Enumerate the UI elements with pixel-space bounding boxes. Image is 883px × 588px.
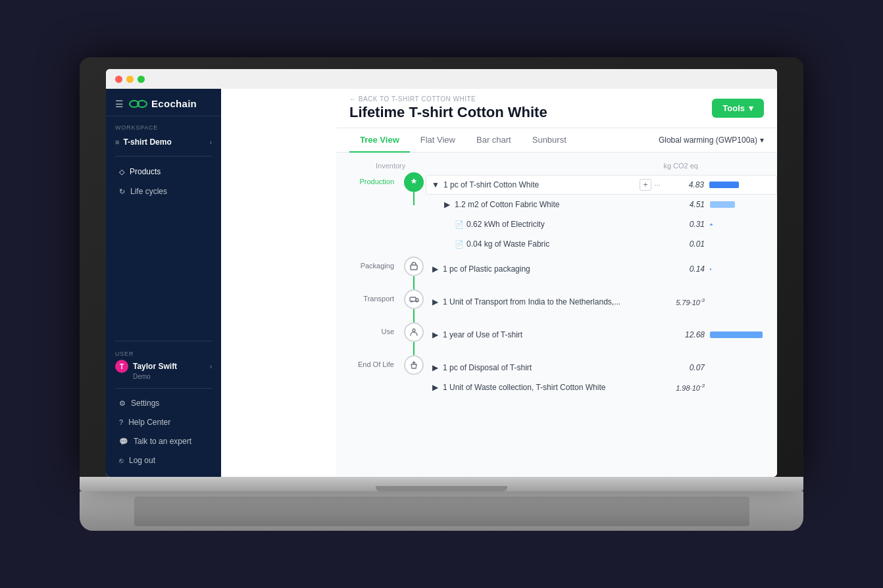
lc-icon-col-packaging (402, 257, 426, 289)
laptop-keyboard (80, 491, 803, 531)
file-icon: 📄 (455, 240, 464, 249)
ecochain-logo-icon (129, 99, 147, 109)
logo-text: Ecochain (151, 98, 197, 109)
tools-chevron-icon: ▾ (749, 103, 753, 113)
lc-line-use (413, 342, 415, 355)
hamburger-icon[interactable]: ☰ (115, 99, 124, 109)
diamond-icon: ◇ (119, 168, 124, 176)
workspace-item[interactable]: ≡ T-shirt Demo › (106, 134, 221, 151)
question-icon: ? (119, 418, 123, 426)
sidebar-item-expert[interactable]: 💬 Talk to an expert (110, 432, 217, 451)
expand-icon[interactable]: ▶ (430, 362, 440, 373)
expand-icon[interactable]: ▶ (430, 382, 440, 393)
expand-icon[interactable]: ▶ (430, 264, 440, 274)
title-area: ← Back to T-shirt Cotton White Lifetime … (349, 95, 547, 121)
sidebar-divider-3 (115, 388, 212, 389)
lc-icon-col-use (402, 322, 426, 355)
row-bar (709, 182, 739, 188)
tab-sunburst[interactable]: Sunburst (522, 128, 577, 153)
more-options-button[interactable]: ··· (654, 180, 661, 189)
row-bar-area (705, 224, 764, 226)
lc-icon-production (404, 172, 424, 192)
minimize-button[interactable] (126, 76, 134, 83)
close-button[interactable] (115, 76, 122, 83)
sidebar: ☰ Ecochain Workspace ≡ (106, 89, 221, 477)
logout-icon: ⎋ (119, 456, 124, 464)
lc-label-production: Production (336, 172, 402, 185)
row-value: 1.98·10-3 (665, 383, 705, 392)
row-value: 0.07 (665, 363, 705, 372)
table-row: ▶ 1 Unit of Transport from India to the … (426, 292, 777, 312)
sidebar-divider-1 (115, 156, 212, 157)
lc-rows-production: ▼ 1 pc of T-shirt Cotton White + ··· 4.8… (426, 172, 777, 257)
row-value: 4.51 (665, 200, 705, 209)
row-name: 1 pc of Plastic packaging (443, 264, 665, 274)
gwp-label: Global warming (GWP100a) (659, 135, 757, 145)
row-bar-area (705, 201, 764, 208)
sidebar-item-life-cycles[interactable]: ↻ Life cycles (110, 182, 217, 201)
gwp-selector[interactable]: Global warming (GWP100a) ▾ (659, 135, 764, 145)
sidebar-item-products[interactable]: ◇ Products (110, 162, 217, 181)
user-info: Taylor Swift (133, 362, 177, 371)
svg-rect-2 (411, 265, 417, 270)
lc-label-use: Use (336, 322, 402, 335)
svg-point-6 (413, 329, 415, 331)
row-value: 4.83 (665, 180, 704, 189)
workspace-label: Workspace (106, 116, 221, 134)
maximize-button[interactable] (138, 76, 145, 83)
user-role: Demo (133, 373, 212, 380)
row-name: 1.2 m2 of Cotton Fabric White (455, 200, 665, 209)
lc-line-transport (413, 309, 415, 322)
row-name: 1 pc of T-shirt Cotton White (443, 180, 640, 189)
main-header: ← Back to T-shirt Cotton White Lifetime … (336, 89, 777, 128)
sidebar-item-label-products: Products (130, 167, 161, 176)
expand-icon[interactable]: ▶ (442, 199, 452, 210)
lc-section-packaging: Packaging (336, 257, 777, 289)
expand-icon: ▶ (442, 219, 452, 230)
expand-icon: ▶ (442, 239, 452, 249)
expand-icon[interactable]: ▶ (430, 330, 440, 340)
file-icon: 📄 (455, 220, 464, 229)
cycle-icon: ↻ (119, 187, 125, 196)
user-label: User (115, 351, 212, 357)
row-value: 5.79·10-3 (665, 297, 705, 306)
sidebar-item-help[interactable]: ? Help Center (110, 413, 217, 431)
row-bar (710, 268, 711, 270)
expand-icon[interactable]: ▼ (430, 180, 441, 190)
sidebar-item-settings[interactable]: ⚙ Settings (110, 394, 217, 412)
row-value: 12.68 (665, 330, 705, 339)
tab-flat-view[interactable]: Flat View (410, 128, 466, 153)
table-row: ▶ 1 pc of Disposal of T-shirt 0.07 (426, 358, 777, 378)
lc-icon-eol (404, 355, 424, 375)
lc-icon-col-eol (402, 355, 426, 375)
row-value: 0.31 (665, 220, 705, 229)
lc-icon-use (404, 322, 424, 342)
sidebar-item-logout[interactable]: ⎋ Log out (110, 451, 217, 470)
user-item[interactable]: T Taylor Swift › (115, 360, 212, 373)
view-tabs: Tree View Flat View Bar chart Sunburst (336, 128, 777, 153)
lc-label-transport: Transport (336, 289, 402, 303)
add-row-button[interactable]: + (640, 179, 651, 191)
sidebar-bottom: User T Taylor Swift › Demo (106, 335, 221, 477)
header-inventory: Inventory (376, 162, 645, 170)
user-section: User T Taylor Swift › Demo (106, 347, 221, 383)
tab-tree-view[interactable]: Tree View (349, 128, 410, 153)
lc-rows-use: ▶ 1 year of Use of T-shirt 12.68 (426, 322, 777, 347)
screen-bezel: ☰ Ecochain Workspace ≡ (80, 57, 803, 477)
table-row: ▶ 📄 0.04 kg of Waste Fabric 0.01 (426, 234, 777, 254)
row-name: 1 Unit of Transport from India to the Ne… (443, 297, 665, 306)
table-row: ▶ 1 Unit of Waste collection, T-shirt Co… (426, 378, 777, 397)
laptop-base (80, 477, 803, 491)
tabs-left: Tree View Flat View Bar chart Sunburst (349, 128, 577, 152)
sidebar-item-label-expert: Talk to an expert (134, 437, 191, 446)
laptop-container: ☰ Ecochain Workspace ≡ (80, 57, 803, 531)
expand-icon[interactable]: ▶ (430, 297, 440, 307)
row-value: 0.01 (665, 239, 705, 249)
row-name: 0.62 kWh of Electricity (467, 220, 665, 229)
keyboard-body (134, 497, 749, 526)
workspace-name: T-shirt Demo (123, 137, 171, 147)
list-icon: ≡ (115, 138, 119, 146)
tools-button[interactable]: Tools ▾ (712, 99, 764, 118)
tools-label: Tools (722, 103, 745, 113)
tab-bar-chart[interactable]: Bar chart (466, 128, 522, 153)
